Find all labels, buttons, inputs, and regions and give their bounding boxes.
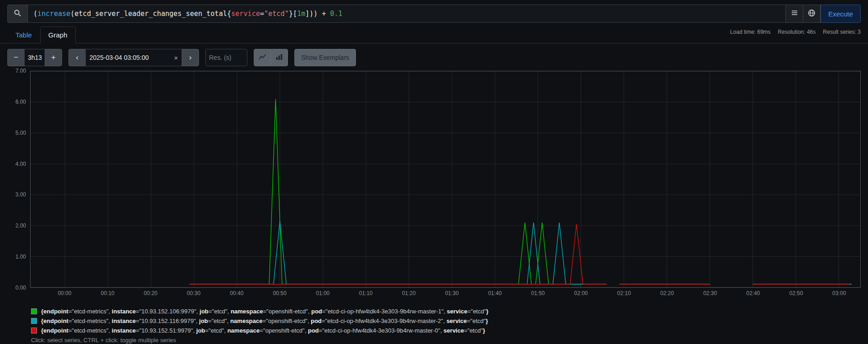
y-tick-label: 0.00 — [16, 285, 26, 291]
series-label-set: {endpoint="etcd-metrics", instance="10.9… — [41, 308, 488, 315]
x-tick-label: 01:20 — [402, 290, 416, 296]
x-tick-label: 00:40 — [230, 290, 244, 296]
time-control: ‹ 2025-03-04 03:05:00 × › — [68, 49, 199, 66]
x-tick-label: 01:10 — [359, 290, 373, 296]
series-color-swatch — [31, 318, 37, 324]
time-back-button[interactable]: ‹ — [68, 49, 86, 66]
chart: 0.001.002.003.004.005.006.007.00 00:0000… — [7, 71, 861, 298]
list-icon — [791, 9, 798, 18]
time-forward-button[interactable]: › — [182, 49, 199, 66]
y-tick-label: 5.00 — [16, 130, 26, 136]
query-options-button[interactable] — [786, 5, 803, 23]
y-tick-label: 7.00 — [16, 68, 26, 74]
x-tick-label: 00:30 — [187, 290, 200, 296]
execute-button[interactable]: Execute — [821, 5, 861, 23]
show-exemplars-button[interactable]: Show Exemplars — [294, 49, 356, 66]
search-icon — [14, 9, 21, 19]
legend-hint: Click: select series, CTRL + click: togg… — [31, 337, 861, 344]
y-tick-label: 4.00 — [16, 161, 26, 167]
resolution-text: Resolution: 46s — [778, 29, 816, 35]
x-tick-label: 02:30 — [703, 290, 717, 296]
range-control: − + — [7, 49, 62, 66]
y-tick-label: 6.00 — [16, 99, 26, 105]
x-tick-label: 02:10 — [617, 290, 631, 296]
series-color-swatch — [31, 328, 37, 333]
x-tick-label: 01:30 — [445, 290, 459, 296]
line-chart-icon — [259, 53, 267, 62]
prometheus-graph-page: (increase(etcd_server_leader_changes_see… — [0, 5, 868, 344]
graph-panel: − + ‹ 2025-03-04 03:05:00 × › — [0, 43, 868, 344]
resolution-input[interactable] — [205, 49, 247, 66]
tab-table[interactable]: Table — [7, 26, 40, 43]
legend-item[interactable]: {endpoint="etcd-metrics", instance="10.9… — [31, 327, 861, 334]
stacked-chart-button[interactable] — [271, 49, 288, 66]
x-tick-label: 02:20 — [660, 290, 674, 296]
metrics-explorer-button[interactable] — [803, 5, 821, 23]
result-series-text: Result series: 3 — [823, 29, 861, 35]
y-tick-label: 1.00 — [16, 254, 26, 260]
tab-graph[interactable]: Graph — [40, 26, 76, 43]
series-label-set: {endpoint="etcd-metrics", instance="10.9… — [41, 318, 488, 324]
load-time-text: Load time: 69ms — [730, 29, 771, 35]
x-tick-label: 01:40 — [488, 290, 502, 296]
x-tick-label: 01:00 — [316, 290, 329, 296]
x-tick-label: 00:50 — [273, 290, 287, 296]
x-tick-label: 02:50 — [790, 290, 803, 296]
search-icon-button[interactable] — [7, 5, 27, 23]
x-tick-label: 00:10 — [101, 290, 115, 296]
end-time-input[interactable]: 2025-03-04 03:05:00 × — [85, 49, 182, 66]
x-tick-label: 00:00 — [58, 290, 71, 296]
y-tick-label: 2.00 — [16, 222, 26, 229]
x-tick-label: 01:50 — [531, 290, 545, 296]
y-tick-label: 3.00 — [16, 191, 26, 198]
increase-range-button[interactable]: + — [45, 49, 62, 66]
legend-item[interactable]: {endpoint="etcd-metrics", instance="10.9… — [31, 308, 861, 315]
query-bar: (increase(etcd_server_leader_changes_see… — [7, 5, 861, 23]
panel-tabs: Table Graph Load time: 69ms Resolution: … — [0, 26, 868, 43]
legend-item[interactable]: {endpoint="etcd-metrics", instance="10.9… — [31, 318, 861, 324]
end-time-value: 2025-03-04 03:05:00 — [89, 54, 149, 61]
line-chart-button[interactable] — [254, 49, 271, 66]
x-axis-labels: 00:0000:1000:2000:3000:4000:5001:0001:10… — [30, 288, 861, 298]
series-color-swatch — [31, 308, 37, 314]
clear-time-icon[interactable]: × — [170, 54, 178, 62]
query-stats: Load time: 69ms Resolution: 46s Result s… — [730, 26, 861, 35]
plot-area[interactable] — [30, 71, 861, 288]
series-legend: {endpoint="etcd-metrics", instance="10.9… — [31, 308, 861, 334]
y-axis-labels: 0.001.002.003.004.005.006.007.00 — [7, 71, 30, 288]
x-tick-label: 02:00 — [574, 290, 588, 296]
chart-type-control — [254, 49, 288, 66]
decrease-range-button[interactable]: − — [7, 49, 25, 66]
graph-controls: − + ‹ 2025-03-04 03:05:00 × › — [7, 49, 861, 66]
stacked-chart-icon — [276, 53, 283, 62]
globe-icon — [808, 9, 816, 19]
series-label-set: {endpoint="etcd-metrics", instance="10.9… — [41, 327, 485, 334]
x-tick-label: 03:00 — [832, 290, 846, 296]
x-tick-label: 02:40 — [746, 290, 760, 296]
range-input[interactable] — [24, 49, 45, 66]
query-expression-input[interactable]: (increase(etcd_server_leader_changes_see… — [27, 5, 786, 23]
x-tick-label: 00:20 — [144, 290, 157, 296]
